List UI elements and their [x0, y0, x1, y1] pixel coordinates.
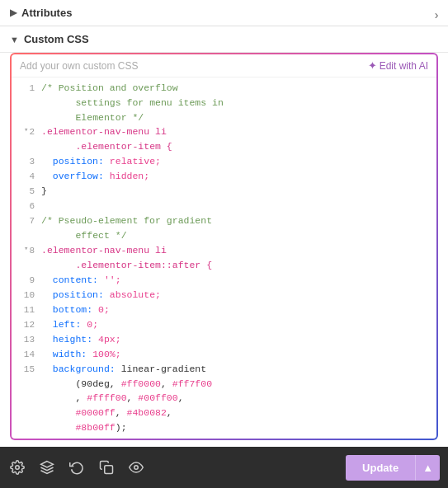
chevron-up-icon: ▲	[422, 462, 433, 474]
line-number: 7	[15, 214, 35, 228]
ai-sparkle-icon: ✦	[368, 59, 377, 72]
undo-icon[interactable]	[68, 458, 86, 476]
code-content: content: '';	[41, 273, 433, 288]
eye-icon[interactable]	[127, 458, 145, 476]
attributes-section[interactable]: ▶ Attributes	[0, 0, 448, 26]
code-line: 13 height: 4px;	[12, 332, 436, 347]
code-line: 11 bottom: 0;	[12, 303, 436, 317]
code-content: height: 4px;	[41, 332, 433, 347]
line-number: 13	[15, 332, 35, 347]
expand-icon: ▾	[24, 125, 28, 137]
line-number: 6	[15, 199, 35, 214]
update-btn-container: Update ▲	[346, 455, 440, 481]
bottom-toolbar: Update ▲	[0, 447, 448, 488]
custom-css-label: Custom CSS	[24, 33, 89, 45]
code-content: /* Position and overflow settings for me…	[41, 81, 433, 124]
attributes-label: Attributes	[21, 7, 72, 19]
custom-css-arrow: ▼	[10, 35, 19, 45]
custom-css-section[interactable]: ▼ Custom CSS	[0, 26, 448, 53]
toolbar-icons	[8, 458, 145, 476]
code-line: ▾2 .elementor-nav-menu li .elementor-ite…	[12, 124, 436, 154]
code-line: 6	[12, 199, 436, 214]
css-editor-header: Add your own custom CSS ✦ Edit with AI	[12, 54, 436, 77]
code-content: bottom: 0;	[41, 303, 433, 317]
code-content: left: 0;	[41, 317, 433, 332]
line-number: ▾2	[15, 124, 35, 139]
line-number: 14	[15, 347, 35, 362]
code-content: .elementor-nav-menu li .elementor-item {	[41, 124, 433, 154]
update-button[interactable]: Update	[346, 455, 415, 481]
line-number: 16	[15, 435, 35, 439]
layers-icon[interactable]	[38, 458, 56, 476]
svg-marker-1	[41, 462, 54, 468]
code-line: 3 position: relative;	[12, 154, 436, 169]
attributes-arrow: ▶	[10, 7, 17, 18]
line-number: 12	[15, 317, 35, 332]
line-number: 15	[15, 362, 35, 377]
code-editor[interactable]: 1 /* Position and overflow settings for …	[12, 77, 436, 439]
duplicate-icon[interactable]	[97, 458, 116, 476]
edit-ai-label: Edit with AI	[380, 60, 428, 72]
line-number: 10	[15, 288, 35, 303]
line-number: 4	[15, 169, 35, 184]
code-content: background: linear-gradient (90deg, #ff0…	[41, 362, 433, 435]
code-line: ▾8 .elementor-nav-menu li .elementor-ite…	[12, 243, 436, 273]
code-content: /* Pseudo-element for gradient effect */	[41, 214, 433, 243]
line-number: ▾8	[15, 243, 35, 258]
code-line: 16 background-size: 200% auto;	[12, 435, 436, 439]
code-line: 5 }	[12, 184, 436, 199]
line-number: 11	[15, 303, 35, 317]
code-line: 4 overflow: hidden;	[12, 169, 436, 184]
update-chevron-button[interactable]: ▲	[415, 455, 440, 481]
code-content	[41, 199, 433, 214]
code-line: 12 left: 0;	[12, 317, 436, 332]
code-content: }	[41, 184, 433, 199]
code-content: overflow: hidden;	[41, 169, 433, 184]
svg-point-3	[134, 466, 139, 470]
css-editor-container: Add your own custom CSS ✦ Edit with AI 1…	[10, 53, 438, 440]
css-placeholder-text: Add your own custom CSS	[20, 60, 138, 72]
code-content: width: 100%;	[41, 347, 433, 362]
code-line: 10 position: absolute;	[12, 288, 436, 303]
line-number: 5	[15, 184, 35, 199]
svg-rect-2	[105, 466, 113, 474]
edit-with-ai-button[interactable]: ✦ Edit with AI	[368, 59, 428, 72]
chevron-right-icon: ›	[435, 8, 439, 21]
panel: ▶ Attributes › ▼ Custom CSS Add your own…	[0, 0, 448, 488]
line-number: 9	[15, 273, 35, 288]
code-line: 15 background: linear-gradient (90deg, #…	[12, 362, 436, 435]
code-content: background-size: 200% auto;	[41, 435, 433, 439]
expand-icon: ▾	[24, 244, 28, 256]
svg-point-0	[16, 466, 20, 470]
collapse-panel-button[interactable]: ›	[425, 0, 448, 23]
code-line: 7 /* Pseudo-element for gradient effect …	[12, 214, 436, 243]
code-line: 1 /* Position and overflow settings for …	[12, 81, 436, 124]
line-number: 3	[15, 154, 35, 169]
code-line: 9 content: '';	[12, 273, 436, 288]
code-line: 14 width: 100%;	[12, 347, 436, 362]
gear-icon[interactable]	[8, 458, 26, 476]
code-content: position: absolute;	[41, 288, 433, 303]
code-content: position: relative;	[41, 154, 433, 169]
code-content: .elementor-nav-menu li .elementor-item::…	[41, 243, 433, 273]
line-number: 1	[15, 81, 35, 96]
